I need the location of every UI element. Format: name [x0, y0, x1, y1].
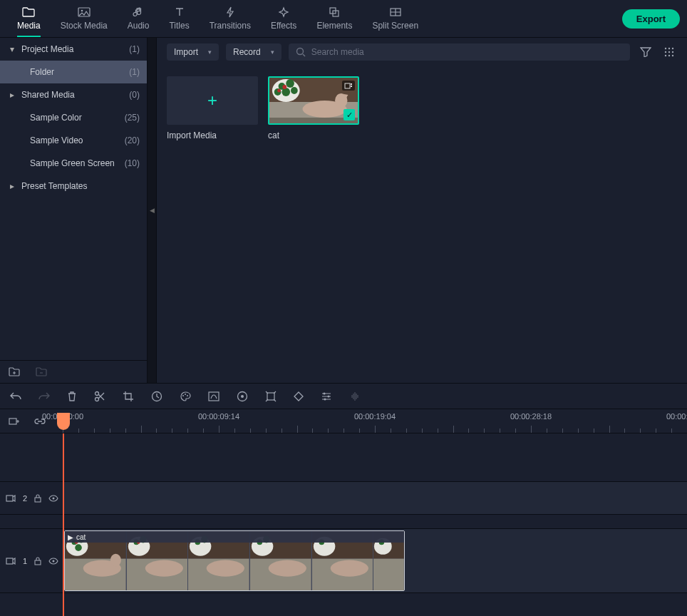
audio-mixer-icon[interactable]	[349, 391, 361, 401]
svg-point-43	[324, 398, 326, 400]
timeline-ruler[interactable]: 00:00:00:0000:00:09:1400:00:19:0400:00:2…	[63, 409, 687, 433]
svg-point-36	[187, 395, 188, 396]
sidebar-item-project-media[interactable]: ▾ Project Media (1)	[0, 38, 147, 61]
eye-icon[interactable]	[48, 495, 58, 502]
svg-rect-49	[35, 560, 41, 565]
svg-point-35	[185, 394, 186, 395]
tab-stock-media[interactable]: Stock Media	[51, 1, 118, 36]
ruler-timestamp: 00:00:09:14	[198, 412, 239, 421]
record-voiceover-icon[interactable]	[237, 391, 248, 402]
track-number: 1	[23, 557, 27, 565]
svg-point-59	[110, 554, 121, 566]
svg-point-39	[241, 395, 244, 398]
lock-icon[interactable]	[34, 494, 41, 503]
svg-point-66	[145, 560, 182, 577]
svg-point-34	[182, 395, 184, 396]
new-folder-icon[interactable]	[9, 367, 20, 377]
svg-point-6	[665, 48, 666, 49]
svg-point-42	[328, 395, 330, 397]
speed-icon[interactable]	[151, 391, 162, 402]
sidebar-item-folder[interactable]: Folder (1)	[0, 61, 147, 83]
svg-point-83	[330, 560, 368, 577]
sidebar-item-shared-media[interactable]: ▸ Shared Media (0)	[0, 83, 147, 106]
delete-icon[interactable]	[67, 391, 77, 402]
svg-point-47	[53, 497, 55, 499]
tab-effects[interactable]: Effects	[261, 1, 306, 36]
sidebar-item-label: Folder	[26, 67, 129, 77]
sidebar-item-sample-color[interactable]: Sample Color (25)	[0, 106, 147, 129]
crop-icon[interactable]	[123, 391, 134, 402]
tab-elements[interactable]: Elements	[306, 1, 362, 36]
music-icon	[133, 6, 144, 18]
sidebar-item-label: Sample Color	[26, 113, 125, 123]
sidebar-item-count: (10)	[125, 158, 140, 168]
chevron-right-icon: ▸	[7, 90, 17, 100]
svg-point-21	[281, 88, 290, 96]
undo-icon[interactable]	[10, 391, 21, 401]
playhead-handle[interactable]	[57, 413, 70, 430]
media-panel: Import ▾ Record ▾	[157, 38, 687, 383]
image-icon	[78, 6, 91, 18]
sparkle-icon	[278, 6, 289, 18]
clip-label: cat	[76, 533, 86, 541]
tab-label: Elements	[316, 21, 352, 31]
add-track-icon[interactable]	[9, 416, 20, 426]
folder-icon	[22, 6, 35, 18]
chevron-down-icon: ▾	[7, 44, 17, 54]
timeline-spacer	[0, 433, 687, 482]
search-box[interactable]	[289, 43, 630, 61]
lock-icon[interactable]	[34, 557, 41, 565]
sidebar-item-label: Project Media	[17, 44, 129, 54]
timeline-clip-cat[interactable]: ▶ cat	[64, 530, 405, 591]
search-icon	[296, 47, 306, 57]
chevron-down-icon: ▾	[271, 48, 274, 56]
chevron-down-icon: ▾	[208, 48, 212, 56]
sidebar-item-count: (1)	[129, 67, 140, 77]
check-icon: ✓	[344, 109, 355, 120]
tab-transitions[interactable]: Transitions	[200, 1, 261, 36]
sidebar-item-sample-video[interactable]: Sample Video (20)	[0, 129, 147, 152]
track-number: 2	[23, 494, 27, 503]
tab-titles[interactable]: Titles	[159, 1, 199, 36]
media-item-cat[interactable]: ✓ cat	[268, 76, 359, 140]
delete-folder-icon[interactable]	[36, 367, 47, 377]
adjust-icon[interactable]	[321, 391, 332, 401]
sidebar-item-count: (25)	[125, 113, 140, 123]
svg-point-41	[324, 392, 326, 394]
track-video-1[interactable]: 1 ▶ cat	[0, 529, 687, 593]
marker-icon[interactable]	[265, 391, 277, 402]
svg-rect-29	[351, 83, 352, 85]
redo-icon[interactable]	[38, 391, 50, 401]
tab-label: Audio	[128, 21, 150, 31]
keyframe-icon[interactable]	[294, 391, 304, 401]
search-input[interactable]	[311, 47, 623, 57]
svg-rect-28	[345, 83, 350, 88]
view-grid-icon[interactable]	[661, 44, 677, 60]
svg-rect-30	[351, 86, 352, 87]
tab-split-screen[interactable]: Split Screen	[362, 1, 428, 36]
eye-icon[interactable]	[48, 558, 58, 565]
sidebar-item-count: (20)	[125, 135, 140, 145]
sidebar-item-sample-green-screen[interactable]: Sample Green Screen (10)	[0, 152, 147, 175]
color-icon[interactable]	[180, 391, 191, 402]
svg-point-1	[81, 10, 83, 12]
svg-rect-40	[267, 393, 274, 400]
layers-icon	[329, 6, 340, 18]
tab-media[interactable]: Media	[7, 1, 51, 36]
green-screen-icon[interactable]	[208, 391, 219, 401]
tab-label: Transitions	[210, 21, 251, 31]
sidebar-item-count: (1)	[129, 44, 140, 54]
tab-audio[interactable]: Audio	[118, 1, 160, 36]
sidebar-item-label: Sample Green Screen	[26, 158, 125, 168]
filter-icon[interactable]	[637, 44, 654, 60]
split-icon[interactable]	[94, 391, 105, 402]
record-dropdown[interactable]: Record ▾	[226, 43, 281, 61]
sidebar-item-preset-templates[interactable]: ▸ Preset Templates	[0, 175, 147, 197]
playhead[interactable]	[63, 433, 64, 616]
import-media-tile[interactable]: + Import Media	[167, 76, 258, 140]
panel-resize-handle[interactable]: ◀	[147, 38, 157, 383]
track-gap	[0, 515, 687, 529]
export-button[interactable]: Export	[622, 9, 680, 29]
import-dropdown[interactable]: Import ▾	[167, 43, 219, 61]
track-video-2[interactable]: 2	[0, 482, 687, 515]
